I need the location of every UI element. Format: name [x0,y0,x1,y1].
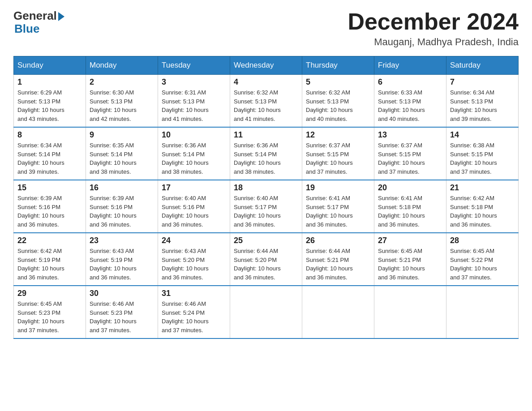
calendar-day-cell: 31 Sunrise: 6:46 AM Sunset: 5:24 PM Dayl… [158,286,230,338]
weekday-header-saturday: Saturday [446,56,519,75]
day-number: 10 [162,130,226,140]
day-number: 1 [17,77,82,87]
weekday-header-sunday: Sunday [14,56,86,75]
day-number: 24 [162,236,226,245]
logo-general-text: General [13,9,57,23]
day-number: 13 [378,130,442,140]
day-info: Sunrise: 6:30 AM Sunset: 5:13 PM Dayligh… [90,88,154,123]
calendar-day-cell: 13 Sunrise: 6:37 AM Sunset: 5:15 PM Dayl… [374,127,446,180]
calendar-day-cell: 8 Sunrise: 6:34 AM Sunset: 5:14 PM Dayli… [14,127,86,180]
day-info: Sunrise: 6:31 AM Sunset: 5:13 PM Dayligh… [162,88,226,123]
day-info: Sunrise: 6:38 AM Sunset: 5:15 PM Dayligh… [450,141,515,176]
day-number: 12 [306,130,370,140]
day-info: Sunrise: 6:39 AM Sunset: 5:16 PM Dayligh… [17,194,82,229]
calendar-day-cell: 23 Sunrise: 6:43 AM Sunset: 5:19 PM Dayl… [86,233,158,286]
day-info: Sunrise: 6:35 AM Sunset: 5:14 PM Dayligh… [90,141,154,176]
calendar-day-cell [230,286,302,338]
day-info: Sunrise: 6:32 AM Sunset: 5:13 PM Dayligh… [306,88,370,123]
calendar-day-cell: 10 Sunrise: 6:36 AM Sunset: 5:14 PM Dayl… [158,127,230,180]
day-number: 20 [378,183,442,193]
weekday-header-friday: Friday [374,56,446,75]
day-info: Sunrise: 6:45 AM Sunset: 5:23 PM Dayligh… [17,300,82,334]
day-number: 30 [90,289,154,298]
logo-blue-text: Blue [14,22,39,36]
day-number: 6 [378,77,442,87]
day-info: Sunrise: 6:41 AM Sunset: 5:17 PM Dayligh… [306,194,370,229]
day-number: 5 [306,77,370,87]
day-info: Sunrise: 6:46 AM Sunset: 5:23 PM Dayligh… [90,300,154,334]
day-info: Sunrise: 6:33 AM Sunset: 5:13 PM Dayligh… [378,88,442,123]
calendar-day-cell: 12 Sunrise: 6:37 AM Sunset: 5:15 PM Dayl… [302,127,374,180]
calendar-week-row: 15 Sunrise: 6:39 AM Sunset: 5:16 PM Dayl… [14,180,519,233]
calendar-day-cell: 19 Sunrise: 6:41 AM Sunset: 5:17 PM Dayl… [302,180,374,233]
day-number: 8 [17,130,82,140]
day-number: 4 [234,77,298,87]
day-info: Sunrise: 6:46 AM Sunset: 5:24 PM Dayligh… [162,300,226,334]
page-header: General Blue December 2024 Mauganj, Madh… [13,9,519,48]
calendar-day-cell: 14 Sunrise: 6:38 AM Sunset: 5:15 PM Dayl… [446,127,519,180]
day-number: 7 [450,77,515,87]
calendar-day-cell: 9 Sunrise: 6:35 AM Sunset: 5:14 PM Dayli… [86,127,158,180]
logo-triangle-icon [58,12,64,21]
calendar-day-cell: 20 Sunrise: 6:41 AM Sunset: 5:18 PM Dayl… [374,180,446,233]
calendar-day-cell: 16 Sunrise: 6:39 AM Sunset: 5:16 PM Dayl… [86,180,158,233]
day-info: Sunrise: 6:43 AM Sunset: 5:19 PM Dayligh… [90,247,154,282]
day-info: Sunrise: 6:36 AM Sunset: 5:14 PM Dayligh… [234,141,298,176]
calendar-day-cell: 1 Sunrise: 6:29 AM Sunset: 5:13 PM Dayli… [14,75,86,128]
day-info: Sunrise: 6:34 AM Sunset: 5:13 PM Dayligh… [450,88,515,123]
calendar-day-cell [446,286,519,338]
month-title: December 2024 [348,9,519,34]
calendar-day-cell: 11 Sunrise: 6:36 AM Sunset: 5:14 PM Dayl… [230,127,302,180]
calendar-day-cell: 25 Sunrise: 6:44 AM Sunset: 5:20 PM Dayl… [230,233,302,286]
calendar-day-cell: 17 Sunrise: 6:40 AM Sunset: 5:16 PM Dayl… [158,180,230,233]
calendar-day-cell: 22 Sunrise: 6:42 AM Sunset: 5:19 PM Dayl… [14,233,86,286]
day-number: 17 [162,183,226,193]
day-info: Sunrise: 6:42 AM Sunset: 5:18 PM Dayligh… [450,194,515,229]
day-number: 9 [90,130,154,140]
calendar-day-cell: 7 Sunrise: 6:34 AM Sunset: 5:13 PM Dayli… [446,75,519,128]
weekday-header-thursday: Thursday [302,56,374,75]
day-info: Sunrise: 6:41 AM Sunset: 5:18 PM Dayligh… [378,194,442,229]
calendar-week-row: 22 Sunrise: 6:42 AM Sunset: 5:19 PM Dayl… [14,233,519,286]
day-number: 18 [234,183,298,193]
calendar-day-cell: 28 Sunrise: 6:45 AM Sunset: 5:22 PM Dayl… [446,233,519,286]
calendar-day-cell: 5 Sunrise: 6:32 AM Sunset: 5:13 PM Dayli… [302,75,374,128]
day-info: Sunrise: 6:45 AM Sunset: 5:22 PM Dayligh… [450,247,515,282]
day-info: Sunrise: 6:34 AM Sunset: 5:14 PM Dayligh… [17,141,82,176]
calendar-day-cell: 30 Sunrise: 6:46 AM Sunset: 5:23 PM Dayl… [86,286,158,338]
day-number: 2 [90,77,154,87]
location-label: Mauganj, Madhya Pradesh, India [348,36,519,48]
calendar-day-cell: 27 Sunrise: 6:45 AM Sunset: 5:21 PM Dayl… [374,233,446,286]
calendar-day-cell [302,286,374,338]
day-info: Sunrise: 6:37 AM Sunset: 5:15 PM Dayligh… [306,141,370,176]
calendar-day-cell: 3 Sunrise: 6:31 AM Sunset: 5:13 PM Dayli… [158,75,230,128]
day-number: 11 [234,130,298,140]
day-info: Sunrise: 6:37 AM Sunset: 5:15 PM Dayligh… [378,141,442,176]
day-number: 19 [306,183,370,193]
day-info: Sunrise: 6:29 AM Sunset: 5:13 PM Dayligh… [17,88,82,123]
day-info: Sunrise: 6:36 AM Sunset: 5:14 PM Dayligh… [162,141,226,176]
day-info: Sunrise: 6:39 AM Sunset: 5:16 PM Dayligh… [90,194,154,229]
day-number: 15 [17,183,82,193]
day-info: Sunrise: 6:40 AM Sunset: 5:17 PM Dayligh… [234,194,298,229]
day-number: 28 [450,236,515,245]
day-number: 25 [234,236,298,245]
day-number: 31 [162,289,226,298]
day-info: Sunrise: 6:44 AM Sunset: 5:21 PM Dayligh… [306,247,370,282]
calendar-day-cell: 15 Sunrise: 6:39 AM Sunset: 5:16 PM Dayl… [14,180,86,233]
day-info: Sunrise: 6:42 AM Sunset: 5:19 PM Dayligh… [17,247,82,282]
calendar-day-cell: 2 Sunrise: 6:30 AM Sunset: 5:13 PM Dayli… [86,75,158,128]
day-number: 22 [17,236,82,245]
day-number: 21 [450,183,515,193]
calendar-day-cell: 6 Sunrise: 6:33 AM Sunset: 5:13 PM Dayli… [374,75,446,128]
day-info: Sunrise: 6:32 AM Sunset: 5:13 PM Dayligh… [234,88,298,123]
calendar-day-cell: 29 Sunrise: 6:45 AM Sunset: 5:23 PM Dayl… [14,286,86,338]
calendar-week-row: 1 Sunrise: 6:29 AM Sunset: 5:13 PM Dayli… [14,75,519,128]
title-area: December 2024 Mauganj, Madhya Pradesh, I… [348,9,519,48]
weekday-header-row: SundayMondayTuesdayWednesdayThursdayFrid… [14,56,519,75]
calendar-day-cell: 21 Sunrise: 6:42 AM Sunset: 5:18 PM Dayl… [446,180,519,233]
weekday-header-monday: Monday [86,56,158,75]
calendar-week-row: 8 Sunrise: 6:34 AM Sunset: 5:14 PM Dayli… [14,127,519,180]
day-number: 3 [162,77,226,87]
logo: General Blue [13,9,64,36]
